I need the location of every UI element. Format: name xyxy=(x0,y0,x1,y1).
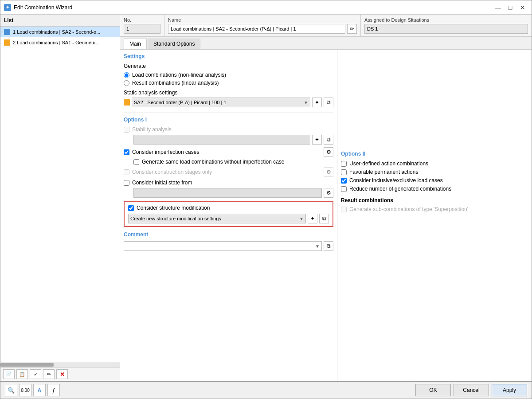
construction-checkbox[interactable] xyxy=(124,169,129,175)
validate-button[interactable]: ✓ xyxy=(30,369,41,379)
inclusive-exclusive-row: Consider inclusive/exclusive load cases xyxy=(341,177,528,184)
list-header: List xyxy=(0,15,120,27)
result-combinations-section: Result combinations Generate sub-combina… xyxy=(341,197,528,212)
static-new-button[interactable]: ✦ xyxy=(312,98,322,107)
top-spacer xyxy=(341,53,528,151)
struct-mod-new-btn[interactable]: ✦ xyxy=(308,214,317,223)
inclusive-exclusive-label: Consider inclusive/exclusive load cases xyxy=(349,177,443,184)
list-item-label: 1 Load combinations | SA2 - Second-o... xyxy=(13,29,100,35)
reduce-combinations-row: Reduce number of generated combinations xyxy=(341,186,528,192)
comment-dropdown-arrow: ▼ xyxy=(315,244,320,249)
scrollbar-thumb xyxy=(0,363,54,367)
result-combo-radio[interactable] xyxy=(124,80,129,86)
left-panel: List 1 Load combinations | SA2 - Second-… xyxy=(0,15,120,381)
comment-area: Comment ▼ ⧉ xyxy=(124,231,333,251)
name-input[interactable] xyxy=(168,24,345,34)
options-ii-title: Options II xyxy=(341,151,528,157)
static-analysis-row: SA2 - Second-order (P-Δ) | Picard | 100 … xyxy=(124,98,333,107)
no-imperfection-sub: Generate same load combinations without … xyxy=(133,159,333,165)
struct-mod-copy-btn[interactable]: ⧉ xyxy=(319,214,329,223)
struct-mod-value: Create new structure modification settin… xyxy=(130,216,221,221)
cancel-button[interactable]: Cancel xyxy=(454,384,489,396)
list-item[interactable]: 1 Load combinations | SA2 - Second-o... xyxy=(0,27,120,37)
list-item-label: 2 Load combinations | SA1 - Geometri... xyxy=(13,40,99,45)
close-button[interactable]: ✕ xyxy=(517,3,528,12)
list-item[interactable]: 2 Load combinations | SA1 - Geometri... xyxy=(0,37,120,48)
reduce-combinations-label: Reduce number of generated combinations xyxy=(349,186,451,192)
struct-mod-select[interactable]: Create new structure modification settin… xyxy=(128,214,306,223)
function-button[interactable]: ƒ xyxy=(47,384,60,396)
static-copy-button[interactable]: ⧉ xyxy=(324,98,333,107)
struct-mod-checkbox[interactable] xyxy=(128,205,134,211)
title-bar-left: ✦ Edit Combination Wizard xyxy=(4,4,72,11)
stability-label: Stability analysis xyxy=(132,126,172,133)
delete-button[interactable]: ✕ xyxy=(56,369,68,379)
stability-new-btn[interactable]: ✦ xyxy=(312,135,322,145)
superposition-checkbox[interactable] xyxy=(341,207,347,212)
construction-settings-btn[interactable]: ⚙ xyxy=(324,167,333,177)
generate-label: Generate xyxy=(124,63,333,69)
ok-button[interactable]: OK xyxy=(415,384,451,396)
no-input[interactable] xyxy=(124,24,160,34)
favorable-permanent-row: Favorable permanent actions xyxy=(341,169,528,175)
edit-button[interactable]: ✏ xyxy=(43,369,55,379)
comment-select[interactable]: ▼ xyxy=(124,241,322,251)
result-combinations-title: Result combinations xyxy=(341,197,528,203)
minimize-button[interactable]: — xyxy=(493,3,503,12)
right-options: Options II User-defined action combinati… xyxy=(337,50,532,381)
static-analysis-icon xyxy=(124,99,130,106)
name-edit-button[interactable]: ✏ xyxy=(347,24,357,34)
bottom-toolbar: 🔍 0.00 A ƒ OK Cancel Apply xyxy=(0,381,532,399)
main-content: Settings Generate Load combinations (non… xyxy=(120,50,532,381)
copy-item-button[interactable]: 📋 xyxy=(16,369,28,379)
numeric-button[interactable]: 0.00 xyxy=(19,384,31,396)
struct-mod-label: Consider structure modification xyxy=(137,205,210,211)
initial-state-checkbox[interactable] xyxy=(124,180,129,186)
new-item-button[interactable]: 📄 xyxy=(3,369,15,379)
imperfection-settings-btn[interactable]: ⚙ xyxy=(324,147,333,157)
struct-mod-row: Consider structure modification xyxy=(128,205,329,211)
no-field-group: No. xyxy=(120,15,164,36)
maximize-button[interactable]: □ xyxy=(505,3,516,12)
inclusive-exclusive-checkbox[interactable] xyxy=(341,178,347,184)
radio-load-combo: Load combinations (non-linear analysis) xyxy=(124,72,333,78)
imperfection-row: Consider imperfection cases xyxy=(124,149,199,155)
result-combo-label: Result combinations (linear analysis) xyxy=(132,80,219,86)
structure-modification-box: Consider structure modification Create n… xyxy=(124,201,333,227)
load-combo-label: Load combinations (non-linear analysis) xyxy=(132,72,226,78)
settings-section: Settings Generate Load combinations (non… xyxy=(124,53,333,107)
stability-checkbox[interactable] xyxy=(124,127,129,133)
initial-state-label: Consider initial state from xyxy=(132,180,192,186)
tab-main[interactable]: Main xyxy=(124,39,147,49)
stability-copy-btn[interactable]: ⧉ xyxy=(324,135,333,145)
search-button[interactable]: 🔍 xyxy=(5,384,17,396)
struct-mod-select-row: Create new structure modification settin… xyxy=(128,214,329,223)
apply-button[interactable]: Apply xyxy=(492,384,527,396)
text-button[interactable]: A xyxy=(33,384,46,396)
load-combo-radio[interactable] xyxy=(124,72,129,78)
superposition-row: Generate sub-combinations of type 'Super… xyxy=(341,206,528,212)
initial-state-settings-btn[interactable]: ⚙ xyxy=(324,188,333,198)
comment-btn[interactable]: ⧉ xyxy=(324,241,333,251)
struct-mod-dropdown-arrow: ▼ xyxy=(299,216,304,221)
favorable-permanent-checkbox[interactable] xyxy=(341,169,347,175)
center-panel: Settings Generate Load combinations (non… xyxy=(120,50,337,381)
user-defined-checkbox[interactable] xyxy=(341,161,347,167)
options-i-title: Options I xyxy=(124,117,333,123)
static-analysis-select[interactable]: SA2 - Second-order (P-Δ) | Picard | 100 … xyxy=(132,98,310,107)
title-controls: — □ ✕ xyxy=(493,3,528,12)
right-panel: No. Name ✏ Assigned to Design Situations xyxy=(120,15,532,381)
content-area: List 1 Load combinations | SA2 - Second-… xyxy=(0,15,532,381)
app-icon: ✦ xyxy=(4,4,11,11)
assigned-label: Assigned to Design Situations xyxy=(364,17,528,23)
reduce-combinations-checkbox[interactable] xyxy=(341,186,347,192)
tab-standard-options[interactable]: Standard Options xyxy=(148,39,200,49)
comment-title: Comment xyxy=(124,231,333,238)
dropdown-arrow-icon: ▼ xyxy=(304,100,308,105)
options-ii-section: Options II User-defined action combinati… xyxy=(341,151,528,192)
initial-state-input-row: ⚙ xyxy=(133,188,333,198)
no-imperfect-checkbox[interactable] xyxy=(133,159,139,165)
superposition-label: Generate sub-combinations of type 'Super… xyxy=(349,206,468,212)
imperfection-checkbox[interactable] xyxy=(124,149,129,155)
list-scrollbar[interactable] xyxy=(0,362,120,367)
